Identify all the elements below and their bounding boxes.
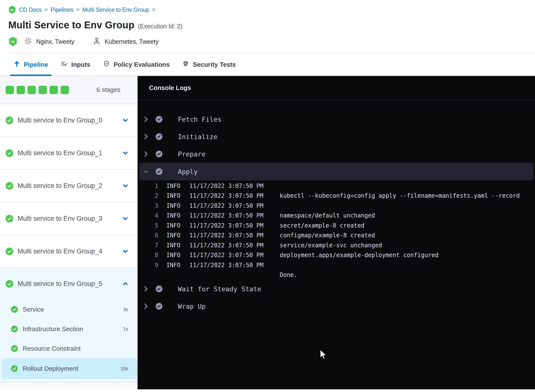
console-step-label: Apply xyxy=(178,168,198,175)
breadcrumb-separator: > xyxy=(44,7,48,13)
substep-label: Service xyxy=(23,306,44,313)
tab-label: Policy Evaluations xyxy=(114,61,170,68)
chevron-down-icon[interactable] xyxy=(144,169,148,174)
stage-row-2[interactable]: Multi service to Env Group_2 xyxy=(0,170,138,202)
log-message: secret/example-8 created xyxy=(280,221,364,230)
log-line-number: 8 xyxy=(144,250,158,260)
security-shield-icon xyxy=(182,60,189,69)
pipeline-icon xyxy=(13,60,20,69)
console-step-apply-highlight: Apply xyxy=(139,163,534,180)
stage-row-1[interactable]: Multi service to Env Group_1 xyxy=(0,137,138,170)
stage-row-5[interactable]: Multi service to Env Group_5 xyxy=(0,268,138,300)
infrastructure-icon xyxy=(93,37,101,46)
console-step-initialize[interactable]: Initialize xyxy=(138,128,535,145)
log-timestamp: 11/17/2022 3:07:50 PM xyxy=(189,230,263,240)
substep-label: Resource Constraint xyxy=(23,345,81,352)
svg-text:∞: ∞ xyxy=(11,38,15,44)
stage-row-0[interactable]: Multi service to Env Group_0 xyxy=(0,104,138,137)
console-step-apply[interactable]: Apply xyxy=(139,163,534,180)
success-check-icon xyxy=(11,365,18,372)
chevron-down-icon[interactable] xyxy=(122,117,129,124)
stage-group-expanded: Multi service to Env Group_5 Service 3s … xyxy=(0,268,138,383)
substep-duration: 3s xyxy=(123,307,128,312)
console-step-label: Wrap Up xyxy=(178,303,206,310)
console-step-fetch-files[interactable]: Fetch Files xyxy=(138,110,535,128)
log-timestamp: 11/17/2022 3:07:50 PM xyxy=(189,250,263,260)
breadcrumb-pipeline-name[interactable]: Multi Service to Env Group xyxy=(82,7,149,13)
svg-text:∞: ∞ xyxy=(11,7,14,12)
stage-label: Multi service to Env Group_0 xyxy=(18,117,102,124)
tab-security-tests[interactable]: Security Tests xyxy=(182,54,236,76)
substep-rollout-deployment[interactable]: Rollout Deployment 10s xyxy=(2,358,138,379)
log-level: INFO xyxy=(166,201,181,211)
log-level: INFO xyxy=(166,211,181,220)
substep-resource-constraint[interactable]: Resource Constraint xyxy=(0,339,138,358)
success-check-icon xyxy=(6,215,13,222)
stage-row-3[interactable]: Multi service to Env Group_3 xyxy=(0,202,138,235)
log-line-number: 9 xyxy=(144,260,158,270)
log-done-text: Done. xyxy=(280,270,297,280)
chevron-right-icon[interactable] xyxy=(144,116,148,122)
breadcrumb-separator: > xyxy=(152,7,155,13)
breadcrumb-cd-docs[interactable]: CD Docs xyxy=(19,7,42,13)
log-line: 2INFO11/17/2022 3:07:50 PMkubectl --kube… xyxy=(138,191,535,201)
inputs-icon xyxy=(61,60,68,69)
log-timestamp: 11/17/2022 3:07:50 PM xyxy=(189,240,263,250)
stage-success-square xyxy=(17,86,25,94)
tab-label: Pipeline xyxy=(24,61,48,68)
log-level: INFO xyxy=(166,191,181,201)
log-line-number: 2 xyxy=(144,191,158,201)
log-line-number: 7 xyxy=(144,240,158,250)
log-timestamp: 11/17/2022 3:07:50 PM xyxy=(189,221,263,230)
tab-pipeline[interactable]: Pipeline xyxy=(13,54,48,76)
execution-meta-row: ∞ Nginx, Tweety Kubernetes, Tweety xyxy=(8,36,535,47)
console-step-label: Fetch Files xyxy=(178,116,222,123)
tab-inputs[interactable]: Inputs xyxy=(61,54,90,76)
stage-row-4[interactable]: Multi service to Env Group_4 xyxy=(0,235,138,268)
log-level: INFO xyxy=(166,250,181,260)
log-message: deployment.apps/example-deployment confi… xyxy=(280,250,439,260)
chevron-right-icon[interactable] xyxy=(144,151,148,157)
success-check-icon xyxy=(6,182,13,190)
gear-icon xyxy=(24,37,32,46)
log-message: kubectl --kubeconfig=config apply --file… xyxy=(280,191,520,201)
main-content: 6 stages Multi service to Env Group_0 Mu… xyxy=(0,76,535,389)
console-step-wait-for-steady-state[interactable]: Wait for Steady State xyxy=(138,280,535,298)
log-timestamp: 11/17/2022 3:07:50 PM xyxy=(189,201,263,211)
tab-policy-evaluations[interactable]: Policy Evaluations xyxy=(103,54,170,76)
harness-cd-badge-icon: ∞ xyxy=(8,36,18,47)
substep-label: Infrastructure Section xyxy=(23,325,83,333)
step-success-icon xyxy=(155,285,163,293)
success-check-icon xyxy=(6,117,13,124)
log-done-line: Done. xyxy=(138,270,535,280)
log-message: configmap/example-8 created xyxy=(280,230,375,240)
log-line-number: 4 xyxy=(144,211,158,220)
log-level: INFO xyxy=(166,230,181,240)
chevron-down-icon[interactable] xyxy=(122,248,129,255)
console-step-prepare[interactable]: Prepare xyxy=(138,145,535,163)
console-logs-header: Console Logs xyxy=(138,76,535,100)
chevron-right-icon[interactable] xyxy=(144,133,148,140)
chevron-down-icon[interactable] xyxy=(122,215,129,222)
stages-panel-footer xyxy=(0,383,138,389)
breadcrumb: ∞ CD Docs > Pipelines > Multi Service to… xyxy=(8,5,535,14)
substep-infrastructure-section[interactable]: Infrastructure Section 1s xyxy=(0,319,138,339)
policy-shield-check-icon xyxy=(103,60,110,69)
log-timestamp: 11/17/2022 3:07:50 PM xyxy=(189,191,263,201)
stage-label: Multi service to Env Group_1 xyxy=(18,149,102,157)
console-step-wrap-up[interactable]: Wrap Up xyxy=(138,297,535,315)
log-line: 5INFO11/17/2022 3:07:50 PMsecret/example… xyxy=(138,221,535,230)
title-row: Multi Service to Env Group (Execution Id… xyxy=(8,20,535,31)
substep-duration: 10s xyxy=(120,366,128,371)
substep-service[interactable]: Service 3s xyxy=(0,300,138,319)
success-check-icon xyxy=(11,345,18,352)
success-check-icon xyxy=(6,280,13,288)
breadcrumb-pipelines[interactable]: Pipelines xyxy=(51,7,73,13)
log-line: 4INFO11/17/2022 3:07:50 PMnamespace/defa… xyxy=(138,211,535,220)
breadcrumb-separator: > xyxy=(76,7,79,13)
chevron-right-icon[interactable] xyxy=(144,303,148,309)
chevron-down-icon[interactable] xyxy=(122,150,129,156)
chevron-down-icon[interactable] xyxy=(122,182,129,189)
chevron-right-icon[interactable] xyxy=(144,286,148,292)
chevron-up-icon[interactable] xyxy=(122,280,129,287)
